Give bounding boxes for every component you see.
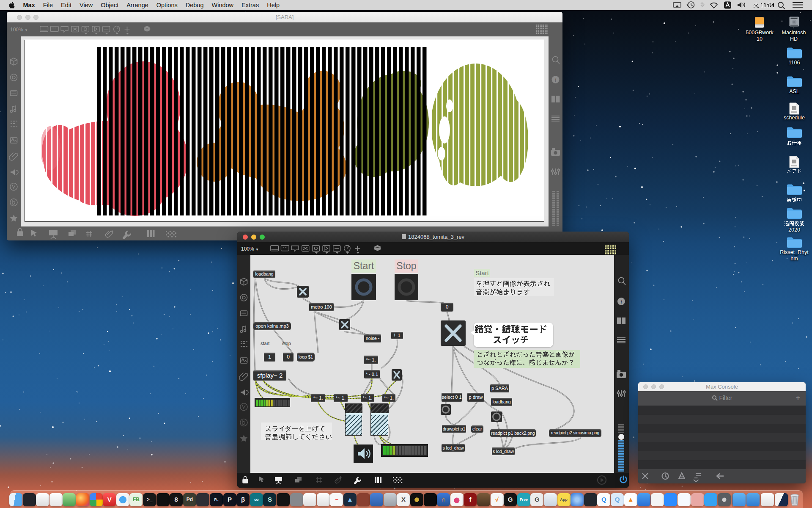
svg-text:i: i: [620, 298, 622, 305]
svg-text:i: i: [555, 77, 557, 83]
